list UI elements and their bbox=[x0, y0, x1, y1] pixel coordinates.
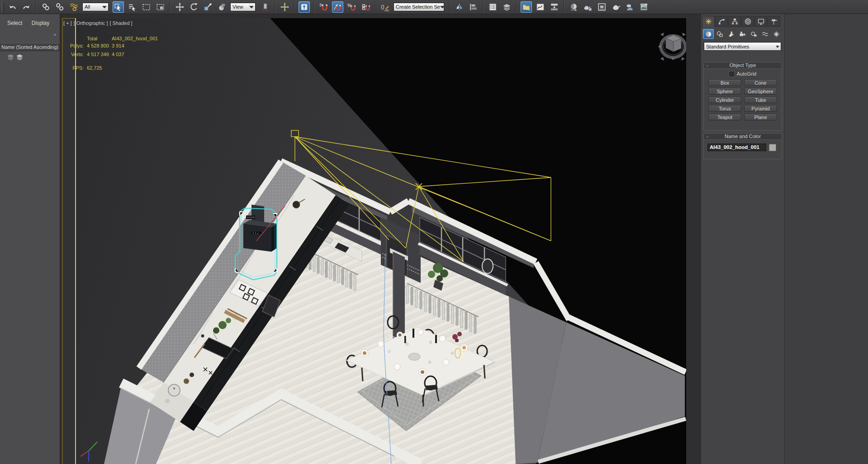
category-cameras[interactable] bbox=[737, 29, 748, 39]
select-by-name-icon[interactable] bbox=[127, 1, 138, 13]
menu-display[interactable]: Display bbox=[32, 20, 49, 26]
menu-select[interactable]: Select bbox=[7, 20, 22, 26]
keyboard-shortcut-override-icon[interactable] bbox=[299, 1, 310, 13]
object-type-button-pyramid[interactable]: Pyramid bbox=[744, 105, 777, 112]
tab-modify[interactable] bbox=[715, 16, 728, 27]
mirror-icon[interactable] bbox=[454, 1, 465, 13]
chevron-down-icon bbox=[440, 6, 444, 10]
select-and-move-icon[interactable] bbox=[174, 1, 185, 13]
select-object-icon[interactable] bbox=[113, 1, 124, 13]
viewport-orthographic[interactable]: [ + ][ Orthographic ][ Shaded ] Total AI… bbox=[62, 18, 686, 464]
toggle-scene-explorer-icon[interactable] bbox=[487, 1, 498, 13]
object-type-button-cone[interactable]: Cone bbox=[744, 79, 777, 86]
name-and-color-rollout: - Name and Color AI43_002_hood_001 bbox=[703, 133, 782, 159]
category-lights[interactable] bbox=[726, 29, 736, 39]
collapse-icon: - bbox=[707, 134, 708, 139]
object-type-button-teapot[interactable]: Teapot bbox=[708, 114, 741, 120]
viewport-pov-menu[interactable]: [ Orthographic ] bbox=[74, 20, 108, 26]
tab-motion[interactable] bbox=[741, 16, 754, 27]
object-type-button-plane[interactable]: Plane bbox=[744, 114, 777, 120]
reference-coordinate-system-dropdown[interactable]: View bbox=[230, 3, 256, 11]
svg-text:3: 3 bbox=[319, 2, 322, 7]
viewport-label: [ + ][ Orthographic ][ Shaded ] bbox=[63, 20, 134, 26]
object-type-rollout-header[interactable]: - Object Type bbox=[704, 62, 782, 69]
object-type-button-torus[interactable]: Torus bbox=[708, 105, 741, 112]
snaps-toggle-3d-icon[interactable]: 3 bbox=[318, 1, 329, 13]
tab-display[interactable] bbox=[754, 16, 767, 27]
render-setup-icon[interactable] bbox=[582, 1, 593, 13]
command-panel-empty-area bbox=[784, 14, 868, 464]
object-type-button-tube[interactable]: Tube bbox=[744, 96, 777, 103]
autogrid-checkbox[interactable] bbox=[729, 72, 734, 77]
angle-snap-toggle-icon[interactable] bbox=[332, 1, 343, 13]
toggle-ribbon-icon[interactable] bbox=[521, 1, 532, 13]
name-column-header[interactable]: Name (Sorted Ascending) bbox=[0, 43, 60, 51]
render-production-icon[interactable] bbox=[610, 1, 621, 13]
object-type-button-geosphere[interactable]: GeoSphere bbox=[744, 88, 777, 95]
category-helpers[interactable] bbox=[748, 29, 759, 39]
window-crossing-icon[interactable] bbox=[155, 1, 166, 13]
toolbar-separator bbox=[375, 1, 376, 12]
svg-text:ABC: ABC bbox=[384, 9, 389, 11]
object-type-button-cylinder[interactable]: Cylinder bbox=[708, 96, 741, 103]
select-and-scale-icon[interactable] bbox=[202, 1, 213, 13]
stats-verts-total: 4 517 349 bbox=[87, 52, 109, 57]
object-type-button-sphere[interactable]: Sphere bbox=[708, 88, 741, 95]
curve-editor-icon[interactable] bbox=[535, 1, 546, 13]
create-category-row bbox=[703, 29, 782, 39]
command-panel: Standard Primitives - Object Type AutoGr… bbox=[701, 14, 868, 464]
category-geometry[interactable] bbox=[703, 29, 714, 39]
select-and-place-icon[interactable] bbox=[216, 1, 228, 13]
category-space-warps[interactable] bbox=[759, 29, 770, 39]
undo-icon[interactable] bbox=[7, 1, 18, 13]
command-panel-tabs bbox=[702, 16, 781, 27]
chevron-down-icon bbox=[776, 46, 779, 50]
main-toolbar: AllView3%{}ABCCreate Selection Se bbox=[0, 0, 868, 14]
stats-polys-total: 4 528 800 bbox=[87, 43, 109, 48]
chevron-down-icon bbox=[102, 6, 107, 10]
named-selection-sets-dropdown[interactable]: Create Selection Se bbox=[394, 3, 444, 11]
stats-polys-selected: 3 914 bbox=[112, 43, 124, 48]
object-type-rollout: - Object Type AutoGrid BoxConeSphereGeoS… bbox=[703, 62, 782, 131]
use-pivot-point-center-icon[interactable] bbox=[260, 1, 271, 13]
tab-hierarchy[interactable] bbox=[728, 16, 741, 27]
redo-icon[interactable] bbox=[21, 1, 32, 13]
schematic-view-icon[interactable] bbox=[549, 1, 560, 13]
toggle-layer-explorer-icon[interactable] bbox=[501, 1, 512, 13]
rendered-frame-window-icon[interactable] bbox=[596, 1, 607, 13]
object-color-swatch[interactable] bbox=[769, 144, 776, 151]
tab-create[interactable] bbox=[702, 16, 715, 27]
align-icon[interactable] bbox=[468, 1, 479, 13]
material-editor-icon[interactable] bbox=[568, 1, 579, 13]
edit-named-selection-sets-icon[interactable]: {}ABC bbox=[379, 1, 391, 13]
category-systems[interactable] bbox=[771, 29, 782, 39]
viewport-general-menu[interactable]: [ + ] bbox=[63, 20, 72, 26]
tab-utilities[interactable] bbox=[768, 16, 780, 27]
object-type-button-box[interactable]: Box bbox=[708, 79, 741, 86]
bind-to-space-warp-icon[interactable] bbox=[68, 1, 80, 13]
toolbar-grip[interactable] bbox=[1, 1, 4, 12]
select-and-manipulate-icon[interactable] bbox=[279, 1, 290, 13]
stats-selected-header: AI43_002_hood_001 bbox=[112, 36, 158, 41]
viewport-scene[interactable] bbox=[76, 18, 686, 464]
unlink-selection-icon[interactable] bbox=[54, 1, 66, 13]
spinner-snap-toggle-icon[interactable] bbox=[360, 1, 371, 13]
percent-snap-toggle-icon[interactable]: % bbox=[346, 1, 357, 13]
menubar-overflow-chevron[interactable]: » bbox=[53, 32, 56, 37]
render-cloud-icon[interactable] bbox=[624, 1, 636, 13]
toolbar-separator bbox=[275, 1, 275, 12]
name-and-color-rollout-header[interactable]: - Name and Color bbox=[704, 134, 782, 140]
render-elements-icon[interactable] bbox=[638, 1, 650, 13]
toolbar-separator bbox=[449, 1, 450, 12]
layer-list-item[interactable] bbox=[0, 52, 60, 61]
object-name-field[interactable]: AI43_002_hood_001 bbox=[707, 144, 766, 151]
selection-filter-dropdown[interactable]: All bbox=[82, 3, 109, 11]
viewport-shading-menu[interactable]: [ Shaded ] bbox=[109, 20, 132, 26]
subcategory-dropdown[interactable]: Standard Primitives bbox=[704, 42, 781, 51]
stats-verts-label: Verts: bbox=[62, 52, 84, 57]
select-and-rotate-icon[interactable] bbox=[188, 1, 199, 13]
category-shapes[interactable] bbox=[714, 29, 725, 39]
toolbar-separator bbox=[170, 1, 171, 12]
select-and-link-icon[interactable] bbox=[40, 1, 52, 13]
rectangular-selection-region-icon[interactable] bbox=[141, 1, 152, 13]
